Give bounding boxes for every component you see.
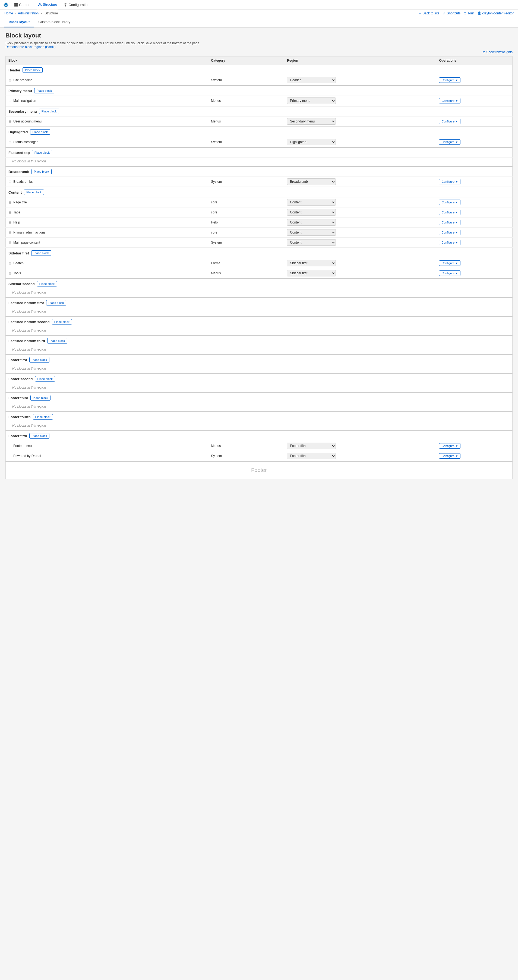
region-select[interactable]: - None -HeaderPrimary menuSecondary menu… xyxy=(287,139,336,145)
place-block-button[interactable]: Place block xyxy=(32,169,52,174)
block-region-cell: - None -HeaderPrimary menuSecondary menu… xyxy=(284,218,436,228)
drag-handle-icon[interactable]: ⊕ xyxy=(8,140,12,144)
block-region-cell: - None -HeaderPrimary menuSecondary menu… xyxy=(284,177,436,187)
block-name-label: Footer menu xyxy=(13,444,32,448)
place-block-button[interactable]: Place block xyxy=(22,67,43,73)
drag-handle-icon[interactable]: ⊕ xyxy=(8,220,12,224)
shortcuts-link[interactable]: ☆ Shortcuts xyxy=(443,11,461,15)
drag-handle-icon[interactable]: ⊕ xyxy=(8,271,12,275)
place-block-button[interactable]: Place block xyxy=(39,109,59,114)
nav-structure[interactable]: Structure xyxy=(37,0,58,9)
configure-button[interactable]: Configure ▼ xyxy=(439,77,461,83)
place-block-button[interactable]: Place block xyxy=(37,281,57,286)
configure-button[interactable]: Configure ▼ xyxy=(439,240,461,245)
region-select[interactable]: - None -HeaderPrimary menuSecondary menu… xyxy=(287,239,336,246)
block-name-cell: ⊕ Powered by Drupal xyxy=(6,451,208,461)
place-block-button[interactable]: Place block xyxy=(35,376,55,382)
place-block-button[interactable]: Place block xyxy=(29,357,49,363)
configure-button[interactable]: Configure ▼ xyxy=(439,443,461,449)
place-block-button[interactable]: Place block xyxy=(34,88,54,94)
drag-handle-icon[interactable]: ⊕ xyxy=(8,119,12,124)
place-block-button[interactable]: Place block xyxy=(30,129,50,135)
configure-button[interactable]: Configure ▼ xyxy=(439,230,461,235)
drag-handle-icon[interactable]: ⊕ xyxy=(8,200,12,204)
configure-button[interactable]: Configure ▼ xyxy=(439,261,461,266)
region-select[interactable]: - None -HeaderPrimary menuSecondary menu… xyxy=(287,77,336,83)
region-row: Featured bottom second Place block xyxy=(6,317,513,327)
region-select[interactable]: - None -HeaderPrimary menuSecondary menu… xyxy=(287,229,336,236)
nav-configuration[interactable]: Configuration xyxy=(62,0,91,9)
region-select[interactable]: - None -HeaderPrimary menuSecondary menu… xyxy=(287,97,336,104)
drag-handle-icon[interactable]: ⊕ xyxy=(8,444,12,448)
configure-button[interactable]: Configure ▼ xyxy=(439,139,461,145)
region-select[interactable]: - None -HeaderPrimary menuSecondary menu… xyxy=(287,442,336,449)
drag-handle-icon[interactable]: ⊕ xyxy=(8,78,12,82)
drag-handle-icon[interactable]: ⊕ xyxy=(8,180,12,184)
region-row: Featured bottom first Place block xyxy=(6,298,513,308)
block-category-cell: System xyxy=(208,451,284,461)
tab-custom-block-library[interactable]: Custom block library xyxy=(34,17,75,27)
configure-label: Configure xyxy=(442,99,454,102)
drag-handle-icon[interactable]: ⊕ xyxy=(8,454,12,458)
configure-button[interactable]: Configure ▼ xyxy=(439,119,461,124)
block-name-label: User account menu xyxy=(13,119,41,123)
place-block-button[interactable]: Place block xyxy=(32,150,52,155)
dropdown-arrow-icon: ▼ xyxy=(455,262,458,265)
breadcrumb-home[interactable]: Home xyxy=(4,11,13,15)
configure-button[interactable]: Configure ▼ xyxy=(439,453,461,459)
tab-block-layout[interactable]: Block layout xyxy=(4,17,34,27)
configure-button[interactable]: Configure ▼ xyxy=(439,200,461,205)
block-category-cell: System xyxy=(208,137,284,147)
region-select[interactable]: - None -HeaderPrimary menuSecondary menu… xyxy=(287,219,336,226)
region-select[interactable]: - None -HeaderPrimary menuSecondary menu… xyxy=(287,453,336,459)
region-select[interactable]: - None -HeaderPrimary menuSecondary menu… xyxy=(287,209,336,216)
configure-button[interactable]: Configure ▼ xyxy=(439,210,461,215)
table-row: ⊕ Tabs core - None -HeaderPrimary menuSe… xyxy=(6,207,513,218)
configure-label: Configure xyxy=(442,200,454,204)
drag-handle-icon[interactable]: ⊕ xyxy=(8,240,12,245)
region-select[interactable]: - None -HeaderPrimary menuSecondary menu… xyxy=(287,260,336,266)
drag-handle-icon[interactable]: ⊕ xyxy=(8,210,12,215)
drag-handle-icon[interactable]: ⊕ xyxy=(8,261,12,265)
place-block-button[interactable]: Place block xyxy=(30,395,51,401)
region-select[interactable]: - None -HeaderPrimary menuSecondary menu… xyxy=(287,199,336,205)
place-block-button[interactable]: Place block xyxy=(46,300,66,305)
place-block-button[interactable]: Place block xyxy=(47,338,67,344)
demo-regions-link[interactable]: Demonstrate block regions (Bartik) xyxy=(5,45,56,49)
place-block-button[interactable]: Place block xyxy=(33,414,53,420)
block-name-label: Primary admin actions xyxy=(13,231,46,234)
configure-button[interactable]: Configure ▼ xyxy=(439,179,461,185)
table-row: ⊕ User account menu Menus - None -Header… xyxy=(6,116,513,127)
region-name-label: Secondary menu xyxy=(8,110,37,113)
region-row: Footer fourth Place block xyxy=(6,412,513,422)
operations-cell: Configure ▼ xyxy=(436,197,512,207)
place-block-button[interactable]: Place block xyxy=(29,433,49,439)
breadcrumb-administration[interactable]: Administration xyxy=(18,11,38,15)
editor-link[interactable]: 👤 clayton-content-editor xyxy=(477,11,514,15)
configure-button[interactable]: Configure ▼ xyxy=(439,270,461,276)
block-region-cell: - None -HeaderPrimary menuSecondary menu… xyxy=(284,441,436,451)
structure-icon xyxy=(38,3,42,6)
place-block-button[interactable]: Place block xyxy=(24,189,44,195)
back-to-site[interactable]: ← Back to site xyxy=(418,11,440,15)
region-select[interactable]: - None -HeaderPrimary menuSecondary menu… xyxy=(287,178,336,185)
nav-content[interactable]: Content xyxy=(13,0,33,9)
configure-button[interactable]: Configure ▼ xyxy=(439,220,461,225)
configure-button[interactable]: Configure ▼ xyxy=(439,98,461,103)
show-row-weights-link[interactable]: ⚖ Show row weights xyxy=(482,50,513,54)
region-select[interactable]: - None -HeaderPrimary menuSecondary menu… xyxy=(287,118,336,125)
page-title: Block layout xyxy=(5,32,513,39)
svg-point-7 xyxy=(38,5,39,6)
table-row: ⊕ Site branding System - None -HeaderPri… xyxy=(6,75,513,85)
block-name-cell: ⊕ Status messages xyxy=(6,137,208,147)
drag-handle-icon[interactable]: ⊕ xyxy=(8,230,12,235)
region-row: Footer first Place block xyxy=(6,355,513,365)
place-block-button[interactable]: Place block xyxy=(52,319,72,325)
block-name-label: Main navigation xyxy=(13,99,36,103)
block-name-cell: ⊕ Tabs xyxy=(6,207,208,218)
region-select[interactable]: - None -HeaderPrimary menuSecondary menu… xyxy=(287,270,336,277)
tour-link[interactable]: ⊙ Tour xyxy=(464,11,474,15)
place-block-button[interactable]: Place block xyxy=(31,250,51,256)
drag-handle-icon[interactable]: ⊕ xyxy=(8,99,12,103)
region-row: Header Place block xyxy=(6,65,513,75)
